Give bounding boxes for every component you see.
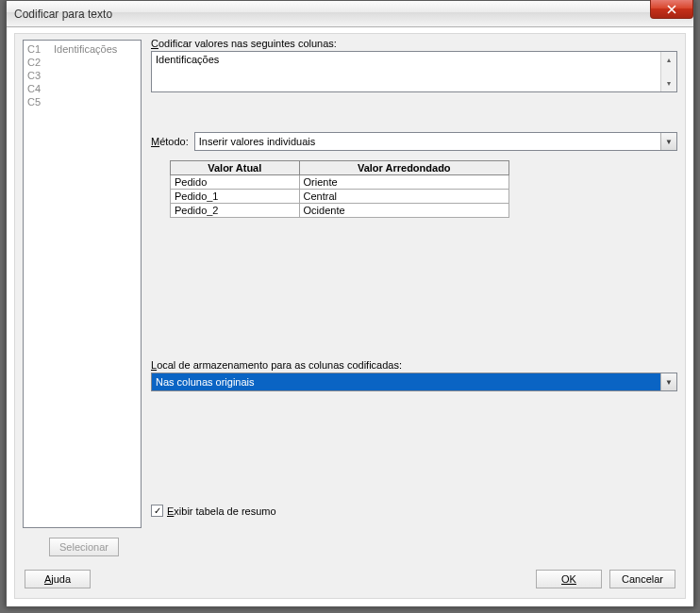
column-list-item[interactable]: C4 [27,82,137,95]
dialog-content: C1IdentificaçõesC2C3C4C5 Selecionar Codi… [14,33,686,599]
scroll-down-icon[interactable]: ▾ [661,75,676,91]
ok-button[interactable]: OK [536,570,602,588]
codificar-valores-label: Codificar valores nas seguintes colunas: [151,38,337,49]
table-header: Valor Atual [171,161,300,175]
column-list[interactable]: C1IdentificaçõesC2C3C4C5 [23,40,142,528]
chevron-down-icon: ▼ [660,373,676,390]
metodo-label: Método: [151,136,189,147]
table-header: Valor Arredondado [299,161,508,175]
close-button[interactable] [650,0,693,19]
table-row[interactable]: Pedido_1Central [171,190,509,204]
table-cell[interactable]: Oriente [299,175,508,190]
main-panel: Codificar valores nas seguintes colunas:… [151,38,677,555]
column-list-item[interactable]: C1Identificações [27,42,137,56]
ajuda-button[interactable]: Ajuda [25,570,91,588]
table-row[interactable]: PedidoOriente [171,175,509,190]
textarea-scrollbar[interactable]: ▴ ▾ [660,52,676,91]
table-cell[interactable]: Ocidente [299,204,508,218]
close-icon [667,5,676,14]
dialog-window: Codificar para texto C1IdentificaçõesC2C… [6,0,694,607]
exibir-resumo-label: Exibir tabela de resumo [167,505,276,517]
column-list-item[interactable]: C5 [27,95,137,108]
columns-textarea-value: Identificações [152,52,660,91]
storage-label: Local de armazenamento para as colunas c… [151,359,677,371]
window-title: Codificar para texto [14,8,112,21]
cancelar-button[interactable]: Cancelar [609,570,675,588]
column-list-item[interactable]: C3 [27,69,137,82]
table-cell[interactable]: Pedido_2 [171,204,300,218]
exibir-resumo-checkbox[interactable]: ✓ [151,505,163,517]
dialog-footer: Ajuda OK Cancelar [15,560,685,598]
columns-textarea[interactable]: Identificações ▴ ▾ [151,51,677,92]
metodo-value: Inserir valores individuais [199,136,316,147]
storage-select[interactable]: Nas colunas originais ▼ [151,373,677,391]
table-cell[interactable]: Pedido_1 [171,190,300,204]
column-list-item[interactable]: C2 [27,56,137,69]
check-icon: ✓ [154,506,161,516]
table-row[interactable]: Pedido_2Ocidente [171,204,509,218]
metodo-select[interactable]: Inserir valores individuais ▼ [194,132,677,151]
values-table[interactable]: Valor AtualValor ArredondadoPedidoOrient… [170,160,509,218]
table-cell[interactable]: Central [299,190,508,204]
titlebar: Codificar para texto [7,1,693,27]
method-row: Método: Inserir valores individuais ▼ [151,132,677,151]
exibir-resumo-row: ✓ Exibir tabela de resumo [151,505,677,517]
storage-value: Nas colunas originais [156,376,255,388]
chevron-down-icon: ▼ [660,133,676,150]
table-cell[interactable]: Pedido [171,175,300,190]
selecionar-button[interactable]: Selecionar [49,538,119,556]
scroll-up-icon[interactable]: ▴ [661,52,676,68]
